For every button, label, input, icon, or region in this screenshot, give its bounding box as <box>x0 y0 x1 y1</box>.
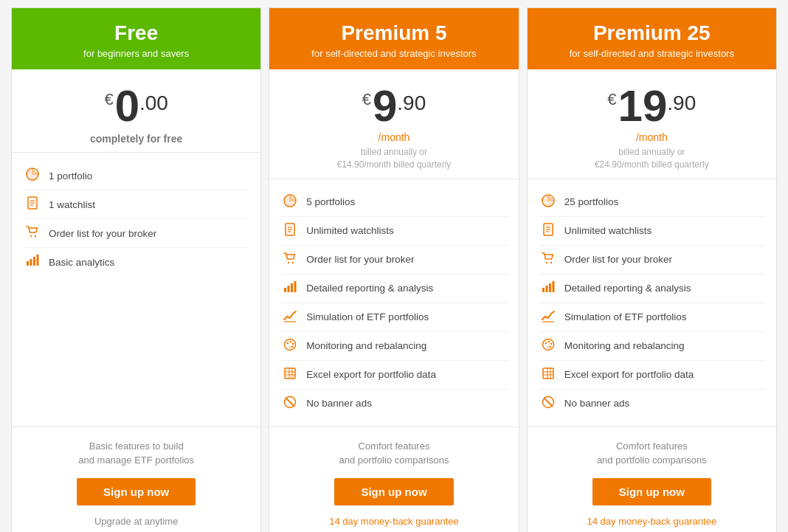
excel-icon-premium5-6 <box>281 367 299 383</box>
svg-point-5 <box>30 235 32 237</box>
svg-point-46 <box>545 342 547 344</box>
decimal-premium5: .90 <box>397 91 426 115</box>
no-ads-icon-premium5-7 <box>281 395 299 412</box>
feature-text-premium5-5: Monitoring and rebalancing <box>306 340 426 351</box>
plan-header-premium5: Premium 5 for self-directed and strategi… <box>269 8 518 69</box>
plan-price-premium5: € 9 .90 <box>277 84 511 128</box>
svg-rect-8 <box>30 259 32 266</box>
footer-desc-premium25: Comfort featuresand portfolio comparison… <box>535 439 769 468</box>
feature-item-premium25-4: Simulation of ETF portfolios <box>539 303 764 332</box>
svg-rect-41 <box>542 288 545 292</box>
no-ads-icon-premium25-7 <box>539 395 557 412</box>
palette-icon-premium5-5 <box>281 338 299 354</box>
svg-point-25 <box>292 342 294 345</box>
feature-item-free-0: 1 portfolio <box>24 162 249 190</box>
bar-chart-icon-free-3 <box>24 254 41 270</box>
svg-line-33 <box>286 398 294 407</box>
signup-button-premium25[interactable]: Sign up now <box>592 478 711 505</box>
feature-item-premium25-5: Monitoring and rebalancing <box>539 332 764 361</box>
billed-note-premium5: billed annually or€14.90/month billed qu… <box>277 146 511 171</box>
svg-point-23 <box>287 342 289 344</box>
feature-item-premium5-4: Simulation of ETF portfolios <box>281 303 506 332</box>
feature-item-premium25-2: Order list for your broker <box>539 246 764 274</box>
svg-point-16 <box>288 261 289 263</box>
svg-rect-20 <box>291 283 293 292</box>
plan-footer-premium5: Comfort featuresand portfolio comparison… <box>269 426 518 532</box>
cart-icon-premium25-2 <box>539 252 557 268</box>
svg-rect-18 <box>284 288 286 292</box>
svg-point-47 <box>547 340 550 342</box>
feature-item-premium5-3: Detailed reporting & analysis <box>281 274 506 303</box>
feature-text-free-0: 1 portfolio <box>49 170 92 182</box>
plan-name-free: Free <box>19 21 253 45</box>
plan-name-premium25: Premium 25 <box>535 21 769 45</box>
feature-text-premium25-6: Excel export for portfolio data <box>564 369 694 380</box>
svg-rect-42 <box>545 286 547 292</box>
plan-footer-free: Basic features to buildand manage ETF po… <box>12 426 260 532</box>
cart-icon-premium5-2 <box>281 252 299 268</box>
svg-point-26 <box>291 345 294 348</box>
doc-icon-free-1 <box>24 196 41 213</box>
feature-text-premium25-0: 25 portfolios <box>564 196 619 207</box>
bar-chart-icon-premium25-3 <box>539 280 557 297</box>
plan-price-section-premium5: € 9 .90 /monthbilled annually or€14.90/m… <box>269 69 518 179</box>
pie-chart-icon-free-0 <box>24 167 41 184</box>
feature-text-premium25-5: Monitoring and rebalancing <box>564 340 685 351</box>
svg-rect-9 <box>33 257 35 266</box>
feature-text-free-1: 1 watchlist <box>49 199 95 210</box>
features-list-premium25: 25 portfolios Unlimited watchlists Order… <box>528 179 776 426</box>
price-period-premium5: /month <box>277 131 511 143</box>
svg-rect-21 <box>294 281 297 292</box>
currency-premium5: € <box>362 90 371 109</box>
pricing-table: Free for beginners and savers € 0 .00 co… <box>7 7 781 532</box>
decimal-premium25: .90 <box>667 91 696 115</box>
feature-item-premium5-7: No banner ads <box>281 390 506 418</box>
excel-icon-premium25-6 <box>539 367 557 383</box>
feature-item-premium5-2: Order list for your broker <box>281 246 506 274</box>
line-chart-icon-premium25-4 <box>539 309 557 325</box>
guarantee-text-premium25: 14 day money-back guarantee <box>535 516 769 527</box>
features-list-free: 1 portfolio 1 watchlist Order list for y… <box>12 153 260 426</box>
doc-icon-premium25-1 <box>539 223 557 239</box>
feature-text-premium25-4: Simulation of ETF portfolios <box>564 311 687 322</box>
plan-header-free: Free for beginners and savers <box>12 8 260 69</box>
svg-point-49 <box>549 345 551 348</box>
feature-item-premium25-7: No banner ads <box>539 390 764 418</box>
feature-item-premium5-0: 5 portfolios <box>281 188 506 217</box>
plan-price-premium25: € 19 .90 <box>535 84 769 128</box>
feature-text-premium25-1: Unlimited watchlists <box>564 225 652 236</box>
feature-item-premium25-6: Excel export for portfolio data <box>539 361 764 390</box>
plan-subtitle-premium5: for self-directed and strategic investor… <box>277 48 511 59</box>
plan-price-section-premium25: € 19 .90 /monthbilled annually or€24.90/… <box>528 69 776 179</box>
amount-free: 0 <box>115 84 139 128</box>
feature-text-premium5-3: Detailed reporting & analysis <box>306 283 433 294</box>
bar-chart-icon-premium5-3 <box>281 280 299 297</box>
plan-header-premium25: Premium 25 for self-directed and strateg… <box>528 8 776 69</box>
feature-text-free-3: Basic analytics <box>49 257 114 268</box>
decimal-free: .00 <box>139 91 168 115</box>
signup-button-premium5[interactable]: Sign up now <box>334 478 453 505</box>
svg-rect-27 <box>285 368 295 379</box>
feature-text-premium25-2: Order list for your broker <box>564 254 672 265</box>
plan-footer-premium25: Comfort featuresand portfolio comparison… <box>528 426 776 532</box>
features-list-premium5: 5 portfolios Unlimited watchlists Order … <box>269 179 518 426</box>
free-label-free: completely for free <box>19 133 253 145</box>
signup-button-free[interactable]: Sign up now <box>77 478 196 505</box>
plan-price-section-free: € 0 .00 completely for free <box>12 69 260 153</box>
feature-item-premium5-6: Excel export for portfolio data <box>281 361 506 390</box>
plan-name-premium5: Premium 5 <box>277 21 511 45</box>
svg-point-40 <box>550 261 551 263</box>
plan-price-free: € 0 .00 <box>19 84 253 128</box>
svg-point-48 <box>550 342 552 345</box>
feature-text-premium25-3: Detailed reporting & analysis <box>564 283 691 294</box>
feature-item-premium25-3: Detailed reporting & analysis <box>539 274 764 303</box>
feature-item-premium5-1: Unlimited watchlists <box>281 217 506 246</box>
plan-premium5: Premium 5 for self-directed and strategi… <box>269 7 519 532</box>
footer-desc-free: Basic features to buildand manage ETF po… <box>19 439 253 468</box>
currency-free: € <box>104 90 113 109</box>
svg-line-56 <box>544 398 553 407</box>
svg-rect-19 <box>288 286 290 292</box>
plan-premium25: Premium 25 for self-directed and strateg… <box>527 7 777 532</box>
plan-free: Free for beginners and savers € 0 .00 co… <box>11 7 261 532</box>
feature-text-premium5-2: Order list for your broker <box>306 254 414 265</box>
